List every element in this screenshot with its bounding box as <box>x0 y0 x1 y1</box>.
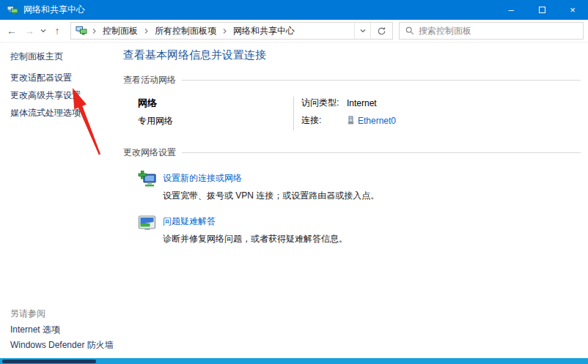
up-icon: ↑ <box>55 25 60 37</box>
up-button[interactable]: ↑ <box>48 22 66 40</box>
ethernet0-link[interactable]: Ethernet0 <box>358 116 396 126</box>
taskbar-edge <box>0 358 588 364</box>
back-button[interactable]: ← <box>3 22 21 40</box>
task-texts: 设置新的连接或网络 设置宽带、拨号或 VPN 连接；或设置路由器或接入点。 <box>163 171 379 202</box>
address-dropdown-button[interactable] <box>354 23 370 39</box>
connections-row: 连接: Ethernet0 <box>301 114 396 127</box>
network-identity: 网络 专用网络 <box>123 97 293 130</box>
change-settings-label: 更改网络设置 <box>123 146 176 159</box>
sidebar-item-media-streaming-options[interactable]: 媒体流式处理选项 <box>10 107 81 119</box>
window-controls: – × <box>496 0 588 20</box>
navigation-toolbar: ← → ↑ 控制面板 所有控制面板项 网络和共享中心 <box>0 20 588 42</box>
main-content: 查看基本网络信息并设置连接 查看活动网络 网络 专用网络 访问类型: Inter… <box>123 42 581 245</box>
see-also-header: 另请参阅 <box>10 308 45 320</box>
page-title: 查看基本网络信息并设置连接 <box>123 48 581 62</box>
breadcrumb-all-items[interactable]: 所有控制面板项 <box>150 25 221 37</box>
section-rule <box>182 152 581 153</box>
network-location-icon <box>76 25 87 37</box>
connections-label: 连接: <box>301 114 347 127</box>
troubleshoot-icon <box>138 214 157 233</box>
refresh-icon <box>377 26 386 36</box>
sidebar-item-change-advanced-sharing[interactable]: 更改高级共享设置 <box>10 89 81 102</box>
network-name: 网络 <box>138 97 293 110</box>
active-network-row: 网络 专用网络 访问类型: Internet 连接: <box>123 97 581 130</box>
network-details: 访问类型: Internet 连接: Ethernet0 <box>294 97 396 130</box>
forward-button[interactable]: → <box>21 22 38 40</box>
chevron-down-icon <box>360 28 366 34</box>
connection-link-wrap: Ethernet0 <box>347 116 396 126</box>
forward-icon: → <box>24 25 34 37</box>
setup-new-connection-link[interactable]: 设置新的连接或网络 <box>163 173 242 183</box>
task-troubleshoot-problems: 问题疑难解答 诊断并修复网络问题，或者获得疑难解答信息。 <box>123 214 581 245</box>
minimize-button[interactable]: – <box>496 0 526 20</box>
maximize-button[interactable] <box>526 0 557 20</box>
taskbar-partial-content <box>2 360 96 363</box>
close-button[interactable]: × <box>557 0 588 20</box>
section-rule <box>182 80 581 81</box>
new-connection-icon <box>138 171 157 190</box>
access-type-row: 访问类型: Internet <box>301 97 396 109</box>
task-setup-new-connection: 设置新的连接或网络 设置宽带、拨号或 VPN 连接；或设置路由器或接入点。 <box>123 171 581 202</box>
window-title: 网络和共享中心 <box>23 4 85 16</box>
network-sharing-center-window: 网络和共享中心 – × ← → ↑ 控制面板 所有控制面板项 网络和共享中 <box>0 0 588 364</box>
ethernet-icon <box>347 116 355 126</box>
close-icon: × <box>570 4 576 15</box>
back-icon: ← <box>7 25 17 37</box>
active-networks-label: 查看活动网络 <box>123 74 176 86</box>
network-type: 专用网络 <box>138 115 293 127</box>
search-input[interactable] <box>419 26 583 36</box>
search-box[interactable] <box>399 22 584 40</box>
breadcrumb-control-panel[interactable]: 控制面板 <box>98 25 142 37</box>
change-settings-section-header: 更改网络设置 <box>123 146 581 159</box>
titlebar: 网络和共享中心 – × <box>0 0 588 20</box>
sidebar-item-windows-defender-firewall[interactable]: Windows Defender 防火墙 <box>10 339 114 352</box>
breadcrumb-separator-icon <box>90 28 98 34</box>
sidebar-item-control-panel-home[interactable]: 控制面板主页 <box>10 51 63 63</box>
search-icon <box>405 26 414 35</box>
sidebar-item-change-adapter-settings[interactable]: 更改适配器设置 <box>10 72 72 84</box>
troubleshoot-problems-link[interactable]: 问题疑难解答 <box>163 216 216 226</box>
refresh-button[interactable] <box>370 23 392 39</box>
address-bar[interactable]: 控制面板 所有控制面板项 网络和共享中心 <box>70 22 393 40</box>
breadcrumb-separator-icon <box>221 28 229 34</box>
breadcrumb-network-sharing-center[interactable]: 网络和共享中心 <box>229 25 299 37</box>
chevron-down-icon <box>40 28 46 34</box>
troubleshoot-problems-description: 诊断并修复网络问题，或者获得疑难解答信息。 <box>163 233 348 245</box>
setup-new-connection-description: 设置宽带、拨号或 VPN 连接；或设置路由器或接入点。 <box>163 190 379 202</box>
maximize-icon <box>539 7 545 13</box>
minimize-icon: – <box>508 4 513 15</box>
active-networks-section-header: 查看活动网络 <box>123 74 581 86</box>
network-sharing-app-icon <box>7 4 18 16</box>
sidebar-item-internet-options[interactable]: Internet 选项 <box>10 324 60 336</box>
access-type-value: Internet <box>347 98 377 108</box>
breadcrumb-separator-icon <box>142 28 150 34</box>
access-type-label: 访问类型: <box>301 97 347 109</box>
recent-locations-button[interactable] <box>38 28 48 34</box>
task-texts: 问题疑难解答 诊断并修复网络问题，或者获得疑难解答信息。 <box>163 214 348 245</box>
